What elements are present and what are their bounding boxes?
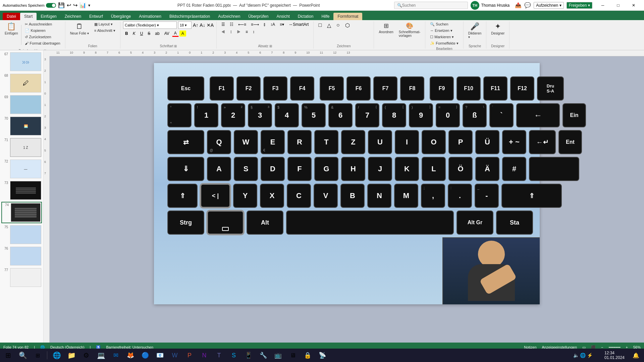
key-z[interactable]: Z bbox=[341, 130, 365, 154]
btn-schnellformat[interactable]: 🎨 Schnellformat-vorlagen bbox=[397, 21, 422, 38]
key-1[interactable]: ! 1 bbox=[194, 103, 218, 127]
key-ue[interactable]: Ü bbox=[475, 130, 499, 154]
key-space[interactable] bbox=[286, 210, 454, 235]
key-f8[interactable]: F8 bbox=[400, 76, 424, 101]
key-shift-left[interactable]: ⇑ bbox=[167, 184, 198, 208]
slide-thumb-69[interactable] bbox=[10, 95, 41, 114]
key-f10[interactable]: F10 bbox=[457, 76, 481, 101]
record-button[interactable]: Aufzeichnen ▾ bbox=[534, 2, 564, 9]
align-justify-button[interactable]: ≡ bbox=[244, 29, 250, 35]
tab-dictation[interactable]: Dictation bbox=[294, 13, 318, 20]
underline-button[interactable]: U bbox=[138, 31, 145, 37]
convert-smartart-button[interactable]: ↔SmartArt bbox=[287, 21, 311, 27]
slide-thumb-71[interactable]: 1 Z bbox=[10, 138, 41, 157]
comments-icon[interactable]: 💬 bbox=[524, 2, 531, 8]
close-button[interactable]: ✕ bbox=[626, 0, 641, 11]
chrome-button[interactable]: 🔵 bbox=[139, 349, 152, 362]
key-4[interactable]: $ 4 bbox=[275, 103, 299, 127]
maximize-button[interactable]: □ bbox=[610, 0, 626, 11]
slide-item-71[interactable]: 71 1 Z bbox=[1, 137, 42, 158]
line-spacing-button[interactable]: ↕ bbox=[251, 29, 257, 35]
key-question[interactable]: ? ß \ bbox=[463, 103, 487, 127]
btn-einfuegen[interactable]: 📋 Einfügen bbox=[3, 21, 20, 36]
key-f2[interactable]: F2 bbox=[236, 76, 261, 101]
tab-zeichnen[interactable]: Zeichnen bbox=[61, 13, 85, 20]
tab-hilfe[interactable]: Hilfe bbox=[317, 13, 333, 20]
notification-button[interactable]: 🔔 bbox=[629, 349, 643, 362]
list-bullet-button[interactable]: ☰ bbox=[219, 21, 227, 27]
btn-ausschneiden[interactable]: ✂ Ausschneiden bbox=[23, 21, 62, 27]
key-f11[interactable]: F11 bbox=[483, 76, 507, 101]
key-f5[interactable]: F5 bbox=[320, 76, 344, 101]
key-caps[interactable]: ⇓ bbox=[167, 157, 204, 181]
key-backspace[interactable]: ← bbox=[516, 103, 560, 127]
key-caret[interactable]: ° ^ bbox=[167, 103, 192, 127]
app5-button[interactable]: 🔒 bbox=[301, 349, 314, 362]
key-5[interactable]: % 5 bbox=[302, 103, 326, 127]
key-period[interactable]: : . bbox=[448, 184, 472, 208]
app6-button[interactable]: 📡 bbox=[316, 349, 329, 362]
bold-button[interactable]: B bbox=[123, 31, 130, 37]
slide-item-70[interactable]: 70 🌅 bbox=[1, 116, 42, 136]
btn-anordnen[interactable]: ⊞ Anordnen bbox=[377, 21, 395, 35]
app3-button[interactable]: 📺 bbox=[271, 349, 285, 362]
increase-font-icon[interactable]: A↑ bbox=[193, 22, 198, 28]
align-left-button[interactable]: ⫷ bbox=[219, 29, 227, 35]
key-b[interactable]: B bbox=[340, 184, 365, 208]
align-right-button[interactable]: ⫸ bbox=[235, 29, 243, 35]
start-button[interactable]: ⊞ bbox=[1, 349, 15, 362]
key-t[interactable]: T bbox=[314, 130, 338, 154]
slide-item-74[interactable]: 74 bbox=[1, 202, 42, 223]
slide-item-67[interactable]: 67 »» bbox=[1, 52, 42, 72]
key-f1[interactable]: F1 bbox=[210, 76, 234, 101]
tab-start[interactable]: Start bbox=[20, 13, 37, 20]
key-win[interactable] bbox=[207, 210, 244, 235]
key-enter-big[interactable] bbox=[529, 157, 579, 181]
decrease-indent-button[interactable]: ⟵≡ bbox=[236, 21, 248, 27]
key-oe[interactable]: Ö bbox=[448, 157, 473, 181]
list-number-button[interactable]: ☷ bbox=[228, 21, 235, 27]
share-button[interactable]: Freigeben ▾ bbox=[567, 2, 592, 9]
slide-item-68[interactable]: 68 🖊 bbox=[1, 73, 42, 93]
slide-item-77[interactable]: 77 bbox=[1, 267, 42, 288]
key-v[interactable]: V bbox=[314, 184, 338, 208]
btn-designer[interactable]: ✦ Designer bbox=[489, 21, 506, 36]
key-h[interactable]: H bbox=[341, 157, 365, 181]
key-o[interactable]: O bbox=[422, 130, 446, 154]
btn-format-uebertragen[interactable]: 🖌 Format übertragen bbox=[23, 41, 62, 46]
key-3[interactable]: § 3 3 bbox=[248, 103, 272, 127]
slide-thumb-70[interactable]: 🌅 bbox=[10, 117, 41, 135]
powerpoint-button[interactable]: P bbox=[183, 349, 196, 362]
key-c[interactable]: C bbox=[287, 184, 311, 208]
slide-item-73[interactable]: 73 bbox=[1, 180, 42, 200]
btn-neue-folie[interactable]: 🗒 Neue Folie ▾ bbox=[68, 21, 91, 36]
key-less-than[interactable]: < | bbox=[200, 184, 230, 208]
key-f[interactable]: F bbox=[287, 157, 312, 181]
slide-thumb-68[interactable]: 🖊 bbox=[10, 74, 41, 93]
shadow-button[interactable]: ab bbox=[153, 31, 161, 37]
key-6[interactable]: & 6 bbox=[328, 103, 353, 127]
shape-btn-3[interactable]: ○ bbox=[334, 21, 342, 29]
key-g[interactable]: G bbox=[314, 157, 338, 181]
autosave-toggle[interactable]: Automatisches Speichern bbox=[3, 3, 56, 8]
settings-button[interactable]: ⚙ bbox=[79, 349, 93, 362]
key-minus[interactable]: _ - bbox=[475, 184, 499, 208]
key-f12[interactable]: F12 bbox=[510, 76, 534, 101]
edge-button[interactable]: 🌐 bbox=[50, 349, 63, 362]
key-0[interactable]: = 0 } bbox=[436, 103, 460, 127]
key-n[interactable]: N bbox=[367, 184, 391, 208]
tab-formformat[interactable]: Formformat bbox=[333, 13, 362, 20]
more-options-icon[interactable]: ▾ bbox=[88, 3, 90, 8]
key-comma[interactable]: ; , bbox=[421, 184, 445, 208]
italic-button[interactable]: K bbox=[131, 31, 138, 37]
minimize-button[interactable]: ─ bbox=[595, 0, 610, 11]
btn-layout[interactable]: ▦ Layout ▾ bbox=[92, 21, 117, 27]
undo-icon[interactable]: ↩ bbox=[67, 2, 71, 8]
key-esc[interactable]: Esc bbox=[167, 76, 204, 101]
key-sta[interactable]: Sta bbox=[496, 210, 533, 235]
shape-btn-1[interactable]: □ bbox=[316, 21, 324, 29]
share-icon[interactable]: 📤 bbox=[515, 2, 522, 8]
app2-button[interactable]: 🔧 bbox=[257, 349, 270, 362]
key-y[interactable]: Y bbox=[233, 184, 257, 208]
key-x[interactable]: X bbox=[260, 184, 284, 208]
